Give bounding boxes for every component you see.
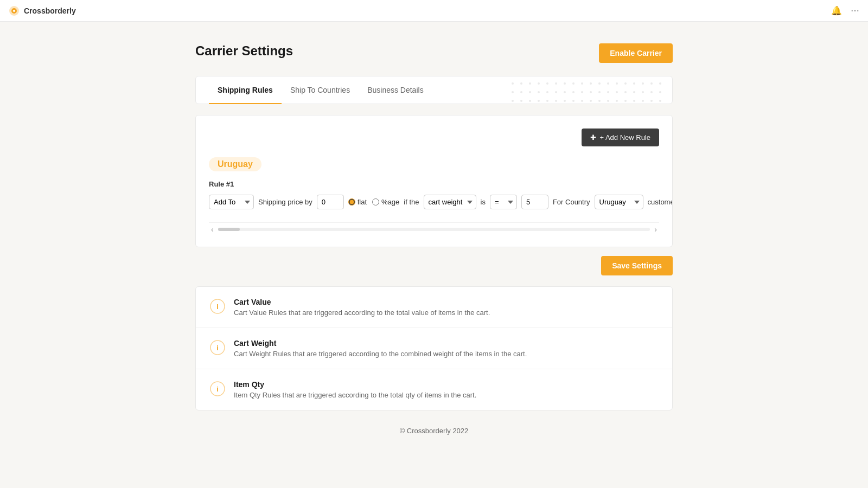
item-qty-content: Item Qty Item Qty Rules that are trigger… xyxy=(234,380,476,399)
bell-icon[interactable]: 🔔 xyxy=(831,5,842,16)
cart-value-icon: i xyxy=(210,299,225,314)
tabs-card: Shipping Rules Ship To Countries Busines… xyxy=(195,76,673,104)
info-card: i Cart Value Cart Value Rules that are t… xyxy=(195,286,673,410)
brand-logo-icon xyxy=(9,5,20,16)
country-label: Uruguay xyxy=(209,157,261,171)
action-select[interactable]: Add To Set To Subtract xyxy=(209,195,254,209)
footer-text: © Crossborderly 2022 xyxy=(400,427,469,435)
cart-weight-icon-wrap: i xyxy=(209,339,226,356)
rules-card: ✚ + Add New Rule Uruguay Rule #1 Add To … xyxy=(195,115,673,247)
item-qty-item: i Item Qty Item Qty Rules that are trigg… xyxy=(196,369,672,410)
main-content: Carrier Settings Enable Carrier Shipping… xyxy=(184,22,684,467)
percent-label: %age xyxy=(381,198,399,206)
rule-number: Rule #1 xyxy=(209,180,659,188)
page-title: Carrier Settings xyxy=(195,43,293,59)
shipping-price-label: Shipping price by xyxy=(258,198,312,206)
cart-weight-desc: Cart Weight Rules that are triggered acc… xyxy=(234,350,527,358)
operator-select[interactable]: = > < >= <= xyxy=(490,195,517,209)
topbar-actions: 🔔 ⋯ xyxy=(831,5,859,16)
for-country-label: For Country xyxy=(553,198,590,206)
footer: © Crossborderly 2022 xyxy=(195,410,673,446)
horizontal-scrollbar[interactable]: ‹ › xyxy=(209,222,659,234)
tab-shipping-rules[interactable]: Shipping Rules xyxy=(209,77,282,104)
flat-radio[interactable] xyxy=(348,198,355,206)
percent-radio[interactable] xyxy=(372,198,379,206)
save-section: Save Settings xyxy=(195,256,673,275)
cart-weight-item: i Cart Weight Cart Weight Rules that are… xyxy=(196,328,672,369)
more-icon[interactable]: ⋯ xyxy=(851,5,859,16)
threshold-input[interactable] xyxy=(521,195,548,209)
amount-input[interactable] xyxy=(317,195,344,209)
cart-value-title: Cart Value xyxy=(234,298,490,306)
rule-row: Add To Set To Subtract Shipping price by… xyxy=(209,195,659,209)
cart-value-content: Cart Value Cart Value Rules that are tri… xyxy=(234,298,490,317)
item-qty-icon: i xyxy=(210,381,225,396)
save-settings-button[interactable]: Save Settings xyxy=(601,256,673,275)
scroll-track[interactable] xyxy=(218,228,650,231)
add-new-rule-button[interactable]: ✚ + Add New Rule xyxy=(582,129,659,146)
flat-label: flat xyxy=(358,198,367,206)
brand: Crossborderly xyxy=(9,5,76,16)
cart-value-icon-wrap: i xyxy=(209,298,226,315)
is-label: is xyxy=(481,198,486,206)
scroll-thumb[interactable] xyxy=(218,228,240,231)
scroll-left-arrow[interactable]: ‹ xyxy=(209,225,216,234)
cart-weight-title: Cart Weight xyxy=(234,339,527,348)
enable-carrier-button[interactable]: Enable Carrier xyxy=(599,43,673,63)
country-select[interactable]: Uruguay Argentina Brazil Chile xyxy=(595,195,643,209)
tab-dots-decoration: // Generate dots inline document.current… xyxy=(509,76,672,104)
plus-icon: ✚ xyxy=(590,133,596,142)
svg-text:i: i xyxy=(216,303,219,311)
tabs: Shipping Rules Ship To Countries Busines… xyxy=(209,77,432,104)
tab-ship-to-countries[interactable]: Ship To Countries xyxy=(282,77,359,104)
cart-weight-content: Cart Weight Cart Weight Rules that are t… xyxy=(234,339,527,358)
topbar: Crossborderly 🔔 ⋯ xyxy=(0,0,868,22)
page-header: Carrier Settings Enable Carrier xyxy=(195,43,673,63)
brand-name: Crossborderly xyxy=(24,7,76,15)
item-qty-desc: Item Qty Rules that are triggered accord… xyxy=(234,391,476,399)
scroll-right-arrow[interactable]: › xyxy=(652,225,659,234)
if-the-label: if the xyxy=(404,198,419,206)
percent-radio-option[interactable]: %age xyxy=(372,198,399,206)
item-qty-icon-wrap: i xyxy=(209,380,226,397)
dots-pattern: // Generate dots inline document.current… xyxy=(509,76,666,104)
flat-percent-radio-group: flat %age xyxy=(348,198,400,206)
tab-business-details[interactable]: Business Details xyxy=(359,77,432,104)
svg-text:i: i xyxy=(216,344,219,352)
cart-value-desc: Cart Value Rules that are triggered acco… xyxy=(234,309,490,317)
svg-point-2 xyxy=(13,10,15,12)
condition-select[interactable]: cart weight cart value item qty xyxy=(424,195,476,209)
flat-radio-option[interactable]: flat xyxy=(348,198,367,206)
cart-value-item: i Cart Value Cart Value Rules that are t… xyxy=(196,287,672,328)
item-qty-title: Item Qty xyxy=(234,380,476,389)
rules-header: ✚ + Add New Rule xyxy=(209,129,659,146)
cart-weight-icon: i xyxy=(210,340,225,355)
svg-text:i: i xyxy=(216,385,219,393)
suffix-label: customer shipping address. xyxy=(648,198,673,206)
add-new-rule-label: + Add New Rule xyxy=(599,133,650,142)
